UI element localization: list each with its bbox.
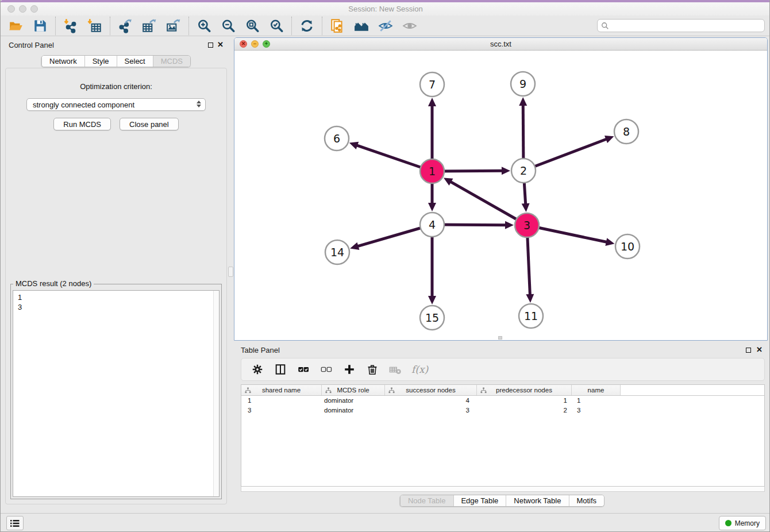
table-header-row: shared name MCDS role successor nodes pr… bbox=[241, 385, 764, 396]
float-panel-icon[interactable] bbox=[208, 43, 213, 48]
function-builder-button[interactable]: f(x) bbox=[411, 364, 428, 375]
arrowhead-icon bbox=[505, 221, 514, 229]
table-horizontal-scrollbar[interactable] bbox=[241, 487, 765, 492]
control-panel-header: Control Panel ✕ bbox=[4, 38, 228, 53]
cell-mcds-role[interactable]: dominator bbox=[322, 396, 385, 406]
optimization-criterion-select[interactable]: strongly connected component bbox=[26, 98, 206, 111]
add-column-button[interactable] bbox=[342, 363, 356, 376]
deselect-all-button[interactable] bbox=[319, 363, 333, 376]
graph-node-label: 8 bbox=[623, 125, 630, 138]
graph-node-label: 15 bbox=[425, 311, 439, 324]
result-scrollbar[interactable] bbox=[213, 291, 219, 496]
column-header-successor-nodes[interactable]: successor nodes bbox=[385, 385, 477, 395]
open-session-button[interactable] bbox=[4, 17, 28, 35]
table-panel-tabs: Node Table Edge Table Network Table Moti… bbox=[400, 495, 605, 507]
status-bar: Memory bbox=[1, 513, 770, 532]
plus-icon bbox=[343, 363, 356, 376]
cell-successor-nodes[interactable]: 3 bbox=[385, 406, 477, 415]
show-all-button[interactable] bbox=[398, 17, 422, 35]
import-table-button[interactable] bbox=[83, 17, 107, 35]
select-all-button[interactable] bbox=[297, 363, 310, 376]
toolbar-separator bbox=[55, 17, 56, 35]
memory-status-icon bbox=[725, 520, 732, 526]
search-input[interactable] bbox=[612, 22, 761, 30]
graph-node-label: 9 bbox=[519, 78, 526, 90]
network-view-window: ✕ − + scc.txt 7968124314101511 bbox=[234, 37, 768, 341]
column-type-icon bbox=[245, 387, 251, 394]
hide-selected-button[interactable] bbox=[374, 17, 398, 35]
column-header-name[interactable]: name bbox=[572, 385, 621, 395]
split-columns-icon bbox=[274, 363, 287, 376]
graph-node-label: 6 bbox=[333, 132, 340, 145]
cell-mcds-role[interactable]: dominator bbox=[322, 406, 385, 415]
save-session-button[interactable] bbox=[28, 17, 52, 35]
control-panel-tabs: Network Style Select MCDS bbox=[41, 55, 191, 67]
zoom-in-button[interactable] bbox=[192, 17, 216, 35]
network-window-titlebar: ✕ − + scc.txt bbox=[234, 38, 767, 51]
export-image-button[interactable] bbox=[161, 17, 186, 35]
table-row[interactable]: 1 dominator 4 1 1 bbox=[241, 396, 764, 406]
close-panel-button[interactable]: Close panel bbox=[120, 118, 179, 130]
zoom-out-button[interactable] bbox=[216, 17, 240, 35]
canvas-resize-grip[interactable] bbox=[498, 336, 502, 340]
table-settings-button[interactable] bbox=[251, 363, 264, 376]
cell-predecessor-nodes[interactable]: 1 bbox=[477, 396, 572, 406]
result-line: 1 bbox=[18, 292, 219, 302]
tab-edge-table[interactable]: Edge Table bbox=[453, 495, 506, 506]
mcds-result-title: MCDS result (2 nodes) bbox=[13, 279, 94, 288]
zoom-selected-button[interactable] bbox=[264, 17, 288, 35]
column-header-predecessor-nodes[interactable]: predecessor nodes bbox=[477, 385, 572, 395]
tab-select[interactable]: Select bbox=[117, 56, 153, 67]
graph-edge-3-1[interactable] bbox=[450, 182, 527, 225]
cell-shared-name[interactable]: 1 bbox=[241, 396, 322, 406]
export-table-button[interactable] bbox=[137, 17, 161, 35]
zoom-in-icon bbox=[197, 18, 211, 33]
arrowhead-icon bbox=[428, 98, 436, 106]
float-table-panel-icon[interactable] bbox=[746, 348, 751, 353]
tab-node-table[interactable]: Node Table bbox=[401, 495, 454, 506]
graph-edge-2-8[interactable] bbox=[523, 139, 607, 171]
two-houses-icon bbox=[354, 18, 369, 33]
cell-name[interactable]: 1 bbox=[572, 396, 621, 406]
import-network-button[interactable] bbox=[59, 17, 83, 35]
delete-table-button[interactable] bbox=[388, 363, 402, 376]
tab-motifs[interactable]: Motifs bbox=[569, 495, 604, 506]
clone-network-button[interactable] bbox=[325, 17, 349, 35]
zoom-fit-button[interactable] bbox=[240, 17, 264, 35]
cell-shared-name[interactable]: 3 bbox=[241, 406, 322, 415]
export-network-button[interactable] bbox=[113, 17, 137, 35]
arrowhead-icon bbox=[502, 167, 510, 175]
cell-successor-nodes[interactable]: 4 bbox=[385, 396, 477, 406]
close-panel-icon[interactable]: ✕ bbox=[217, 40, 224, 49]
task-history-button[interactable] bbox=[6, 516, 24, 530]
mcds-result-text[interactable]: 1 3 bbox=[13, 290, 220, 497]
refresh-view-button[interactable] bbox=[295, 17, 319, 35]
main-toolbar bbox=[1, 16, 770, 36]
tab-style[interactable]: Style bbox=[85, 56, 117, 67]
memory-button[interactable]: Memory bbox=[719, 516, 766, 530]
delete-column-button[interactable] bbox=[365, 363, 379, 376]
first-neighbors-button[interactable] bbox=[349, 17, 374, 35]
close-table-panel-icon[interactable]: ✕ bbox=[756, 345, 763, 354]
cell-predecessor-nodes[interactable]: 2 bbox=[477, 406, 572, 415]
column-header-mcds-role[interactable]: MCDS role bbox=[322, 385, 385, 395]
tab-network-table[interactable]: Network Table bbox=[506, 495, 569, 506]
network-canvas[interactable]: 7968124314101511 bbox=[234, 51, 767, 340]
optimization-criterion-value: strongly connected component bbox=[33, 101, 134, 109]
arrowhead-icon bbox=[349, 142, 359, 149]
table-row[interactable]: 3 dominator 3 2 3 bbox=[241, 406, 764, 415]
cell-name[interactable]: 3 bbox=[572, 406, 621, 415]
arrowhead-icon bbox=[605, 238, 614, 246]
arrowhead-icon bbox=[428, 203, 436, 211]
arrowhead-icon bbox=[519, 97, 527, 106]
column-header-shared-name[interactable]: shared name bbox=[241, 385, 322, 395]
tab-mcds[interactable]: MCDS bbox=[153, 56, 190, 67]
graph-node-label: 11 bbox=[524, 310, 538, 322]
control-panel-title: Control Panel bbox=[9, 41, 54, 49]
column-visibility-button[interactable] bbox=[274, 363, 287, 376]
run-mcds-button[interactable]: Run MCDS bbox=[53, 118, 111, 130]
panel-divider-handle[interactable] bbox=[228, 267, 233, 277]
arrowhead-icon bbox=[522, 203, 530, 212]
tab-network[interactable]: Network bbox=[42, 56, 85, 67]
search-icon bbox=[601, 22, 609, 30]
